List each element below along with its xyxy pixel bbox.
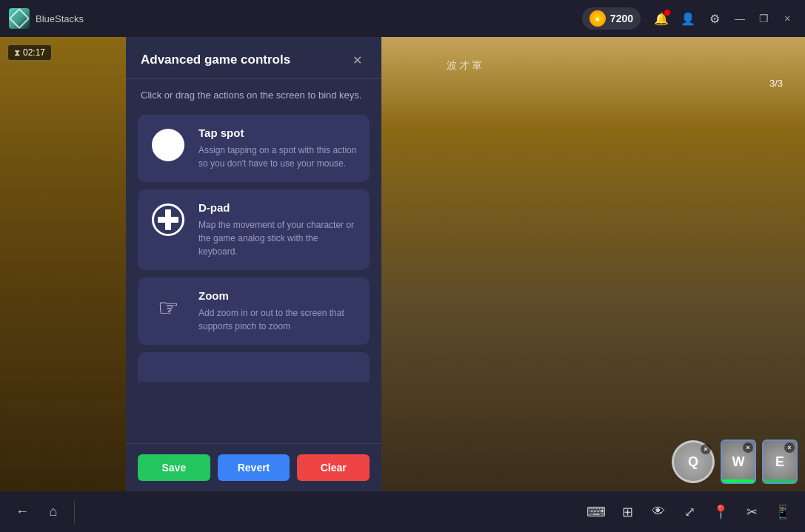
tap-spot-desc: Assign tapping on a spot with this actio… xyxy=(198,144,358,170)
hourglass-icon: ⧗ xyxy=(14,47,20,58)
profile-button[interactable]: 👤 xyxy=(676,7,700,30)
dialog-subtitle: Click or drag the actions on the screen … xyxy=(126,79,381,109)
notification-button[interactable]: 🔔 xyxy=(649,7,673,30)
dpad-desc: Map the movement of your character or th… xyxy=(198,218,358,258)
restore-button[interactable]: ❐ xyxy=(753,8,774,29)
back-button[interactable]: ← xyxy=(9,499,36,525)
dpad-circle-icon xyxy=(152,203,184,236)
dpad-vertical xyxy=(165,209,171,230)
dialog-title: Advanced game controls xyxy=(141,53,290,67)
eye-icon-btn[interactable]: 👁 xyxy=(645,499,672,525)
top-bar-right: ● 7200 🔔 👤 ⚙ — ❐ × xyxy=(582,7,805,30)
key-label-e: E xyxy=(775,454,784,470)
game-score: 3/3 xyxy=(769,78,783,89)
portrait-w: × W xyxy=(721,440,756,484)
zoom-title: Zoom xyxy=(198,289,358,302)
coin-icon: ● xyxy=(589,10,606,27)
portrait-health-bar xyxy=(722,479,755,482)
partial-item xyxy=(138,352,370,382)
bottom-right-icons: ⌨ ⊞ 👁 ⤢ 📍 ✂ 📱 xyxy=(583,499,796,525)
zoom-icon-container: ☞ xyxy=(150,289,187,326)
advanced-game-controls-dialog: Advanced game controls ✕ Click or drag t… xyxy=(126,37,381,491)
grid-icon-btn[interactable]: ⊞ xyxy=(614,499,641,525)
scissors-icon-btn[interactable]: ✂ xyxy=(738,499,765,525)
tap-spot-icon-container xyxy=(150,127,187,164)
settings-button[interactable]: ⚙ xyxy=(703,7,726,30)
left-game-panel: ⧗ 02:17 xyxy=(0,37,126,491)
tap-spot-text: Tap spot Assign tapping on a spot with t… xyxy=(198,127,358,170)
tap-spot-item[interactable]: Tap spot Assign tapping on a spot with t… xyxy=(138,115,370,182)
coin-area: ● 7200 xyxy=(582,7,641,30)
bottom-bar: ← ⌂ ⌨ ⊞ 👁 ⤢ 📍 ✂ 📱 xyxy=(0,491,805,532)
dialog-footer: Save Revert Clear xyxy=(126,443,381,491)
dpad-icon-container xyxy=(150,201,187,238)
portrait-e: × E xyxy=(762,440,798,484)
coin-amount: 7200 xyxy=(610,13,633,24)
timer-value: 02:17 xyxy=(23,47,45,58)
bluestacks-gem-icon xyxy=(9,8,30,29)
save-button[interactable]: Save xyxy=(138,454,210,481)
app-name: BlueStacks xyxy=(36,13,84,24)
key-label-w: W xyxy=(732,454,745,470)
keyboard-icon-btn[interactable]: ⌨ xyxy=(583,499,609,525)
zoom-desc: Add zoom in or out to the screen that su… xyxy=(198,306,358,333)
bluestacks-logo: BlueStacks xyxy=(0,8,93,29)
dpad-title: D-pad xyxy=(198,201,358,214)
mobile-icon-btn[interactable]: 📱 xyxy=(769,499,796,525)
key-label-q: Q xyxy=(688,454,698,470)
notification-dot xyxy=(664,10,670,16)
action-buttons: × Q × W × E xyxy=(672,440,798,484)
tap-spot-title: Tap spot xyxy=(198,127,358,139)
timer-badge: ⧗ 02:17 xyxy=(7,44,52,61)
action-key-e[interactable]: × E xyxy=(764,441,796,482)
main-area: ⧗ 02:17 波才軍 3/3 × Q × W × E xyxy=(0,37,805,491)
dialog-header: Advanced game controls ✕ xyxy=(126,37,381,79)
key-close-icon-w: × xyxy=(743,442,753,453)
dpad-cross xyxy=(158,209,178,230)
bottom-divider xyxy=(74,501,75,523)
zoom-hand-icon: ☞ xyxy=(152,292,184,324)
location-icon-btn[interactable]: 📍 xyxy=(707,499,734,525)
dpad-item[interactable]: D-pad Map the movement of your character… xyxy=(138,189,370,270)
action-key-q[interactable]: × Q xyxy=(672,440,715,483)
top-bar: BlueStacks ● 7200 🔔 👤 ⚙ — ❐ × xyxy=(0,0,805,37)
key-close-icon: × xyxy=(701,444,711,454)
dpad-text: D-pad Map the movement of your character… xyxy=(198,201,358,258)
tap-spot-circle-icon xyxy=(152,129,184,161)
minimize-button[interactable]: — xyxy=(729,8,750,29)
zoom-text: Zoom Add zoom in or out to the screen th… xyxy=(198,289,358,333)
dialog-close-button[interactable]: ✕ xyxy=(347,50,367,70)
portrait-health-bar-e xyxy=(764,479,796,482)
game-chinese-text: 波才軍 xyxy=(447,59,484,73)
zoom-item[interactable]: ☞ Zoom Add zoom in or out to the screen … xyxy=(138,277,370,345)
close-window-button[interactable]: × xyxy=(777,8,798,29)
dialog-items-list: Tap spot Assign tapping on a spot with t… xyxy=(126,109,381,444)
action-key-w[interactable]: × W xyxy=(722,441,755,482)
clear-button[interactable]: Clear xyxy=(297,454,370,481)
revert-button[interactable]: Revert xyxy=(218,454,290,481)
fullscreen-icon-btn[interactable]: ⤢ xyxy=(676,499,703,525)
key-close-icon-e: × xyxy=(784,442,795,453)
home-button[interactable]: ⌂ xyxy=(40,499,67,525)
